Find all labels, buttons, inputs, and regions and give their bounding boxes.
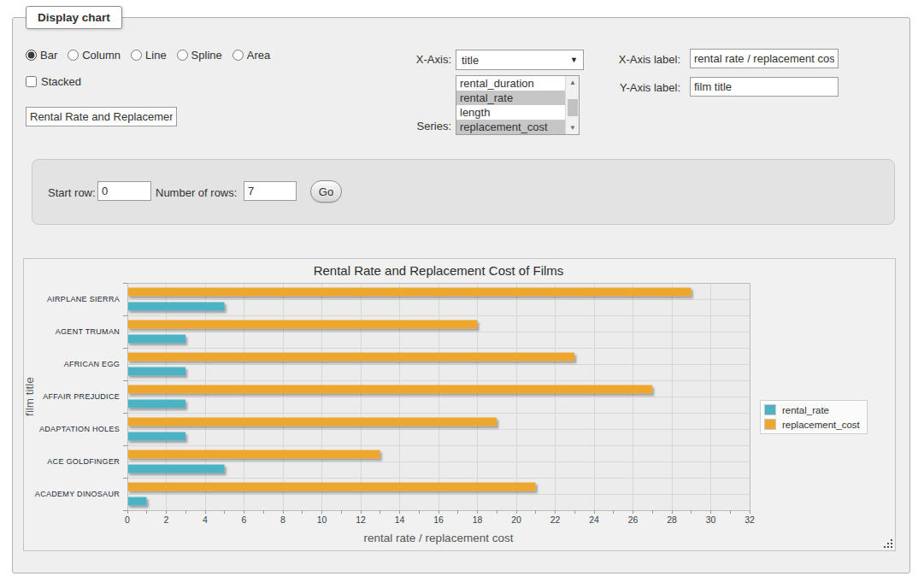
- y-axis-title: film title: [24, 377, 36, 416]
- series-options: rental_duration rental_rate length repla…: [456, 76, 565, 134]
- x-tick-label: 0: [125, 514, 130, 525]
- category-label: AFFAIR PREJUDICE: [43, 392, 120, 401]
- stacked-label: Stacked: [41, 75, 81, 88]
- radio-line-input[interactable]: [131, 50, 142, 61]
- legend-swatch-icon: [764, 404, 776, 415]
- x-tick-label: 18: [473, 514, 483, 525]
- series-option-replacement-cost[interactable]: replacement_cost: [456, 120, 565, 134]
- x-tick-label: 20: [511, 514, 521, 525]
- radio-bar[interactable]: Bar: [26, 49, 57, 62]
- x-tick-label: 26: [628, 514, 639, 525]
- chart-type-radio-group: Bar Column Line Spline Area: [26, 47, 270, 62]
- x-tick-label: 22: [550, 514, 561, 525]
- radio-bar-label: Bar: [40, 49, 57, 62]
- dropdown-arrow-icon: ▼: [570, 56, 578, 64]
- bar-segment: [127, 497, 147, 506]
- legend-swatch-icon: [764, 419, 776, 430]
- stacked-checkbox[interactable]: [26, 76, 37, 87]
- chart-title: Rental Rate and Replacement Cost of Film…: [314, 263, 564, 278]
- radio-line-label: Line: [145, 49, 167, 62]
- x-tick-label: 6: [242, 514, 247, 525]
- bar-segment: [127, 418, 497, 426]
- bar-segment: [127, 367, 185, 376]
- radio-column-input[interactable]: [68, 50, 79, 61]
- x-tick-label: 24: [589, 514, 599, 525]
- x-tick-label: 2: [164, 514, 169, 525]
- x-tick-label: 14: [395, 514, 405, 525]
- y-axis-label-input[interactable]: [690, 77, 839, 97]
- bar-segment: [127, 335, 185, 344]
- x-axis-select-label: X-Axis:: [368, 53, 451, 66]
- radio-spline-label: Spline: [191, 49, 222, 62]
- bar-segment: [127, 385, 652, 394]
- stacked-checkbox-row[interactable]: Stacked: [26, 75, 81, 88]
- x-axis-title: rental rate / replacement cost: [364, 532, 514, 544]
- radio-spline[interactable]: Spline: [177, 49, 222, 62]
- x-tick-label: 16: [433, 514, 444, 525]
- y-axis-label-label: Y-Axis label:: [597, 81, 680, 94]
- go-button[interactable]: Go: [310, 180, 342, 203]
- series-option-rental-rate[interactable]: rental_rate: [456, 91, 565, 105]
- bar-segment: [127, 432, 185, 441]
- x-tick-label: 4: [203, 514, 208, 525]
- scroll-up-icon[interactable]: ▲: [566, 76, 580, 89]
- radio-area[interactable]: Area: [232, 49, 270, 62]
- legend-label: replacement_cost: [782, 420, 860, 430]
- category-label: AGENT TRUMAN: [56, 327, 120, 336]
- bar-segment: [127, 400, 185, 409]
- radio-spline-input[interactable]: [177, 50, 188, 61]
- legend-item[interactable]: rental_rate: [764, 403, 860, 417]
- series-option-length[interactable]: length: [456, 105, 565, 120]
- chart-container: Rental Rate and Replacement Cost of Film…: [23, 258, 896, 551]
- legend-label: rental_rate: [782, 405, 829, 415]
- scroll-down-icon[interactable]: ▼: [566, 121, 580, 134]
- start-row-label: Start row:: [48, 186, 96, 199]
- bar-segment: [127, 288, 692, 297]
- radio-area-input[interactable]: [232, 50, 244, 61]
- x-tick-label: 8: [280, 514, 285, 525]
- bar-segment: [127, 320, 477, 329]
- category-label: ACADEMY DINOSAUR: [35, 490, 120, 498]
- x-tick-label: 12: [356, 514, 366, 525]
- chart-legend: rental_ratereplacement_cost: [760, 400, 868, 434]
- radio-bar-input[interactable]: [26, 50, 37, 61]
- category-label: AIRPLANE SIERRA: [47, 295, 120, 303]
- x-axis-label-label: X-Axis label:: [597, 53, 680, 66]
- category-label: ADAPTATION HOLES: [39, 425, 120, 433]
- bar-segment: [127, 353, 574, 362]
- x-axis-label-input[interactable]: [690, 49, 839, 68]
- radio-line[interactable]: Line: [131, 49, 167, 62]
- series-option-rental-duration[interactable]: rental_duration: [456, 76, 565, 91]
- bar-segment: [127, 450, 380, 459]
- series-listbox-label: Series:: [368, 120, 451, 132]
- series-scrollbar[interactable]: ▲ ▼: [565, 76, 579, 134]
- number-of-rows-label: Number of rows:: [156, 186, 237, 199]
- x-axis-select-value: title: [462, 54, 570, 67]
- radio-area-label: Area: [247, 49, 270, 62]
- start-row-input[interactable]: [97, 181, 151, 201]
- scrollbar-thumb[interactable]: [568, 99, 578, 116]
- series-listbox[interactable]: rental_duration rental_rate length repla…: [456, 75, 580, 135]
- chart-title-input[interactable]: [26, 107, 177, 126]
- resize-handle-icon[interactable]: [883, 538, 893, 549]
- category-label: AFRICAN EGG: [64, 360, 120, 368]
- radio-column-label: Column: [82, 49, 121, 62]
- radio-column[interactable]: Column: [68, 49, 121, 62]
- number-of-rows-input[interactable]: [244, 181, 297, 201]
- x-axis-select[interactable]: title ▼: [456, 50, 584, 70]
- x-tick-label: 28: [667, 514, 677, 525]
- bar-segment: [127, 465, 225, 473]
- legend-item[interactable]: replacement_cost: [764, 417, 860, 432]
- x-tick-label: 32: [744, 514, 755, 525]
- x-tick-label: 30: [706, 514, 716, 525]
- bar-segment: [127, 483, 536, 491]
- category-label: ACE GOLDFINGER: [47, 457, 120, 466]
- x-tick-label: 10: [317, 514, 327, 525]
- fieldset-legend: Display chart: [26, 6, 122, 29]
- bar-segment: [127, 303, 225, 311]
